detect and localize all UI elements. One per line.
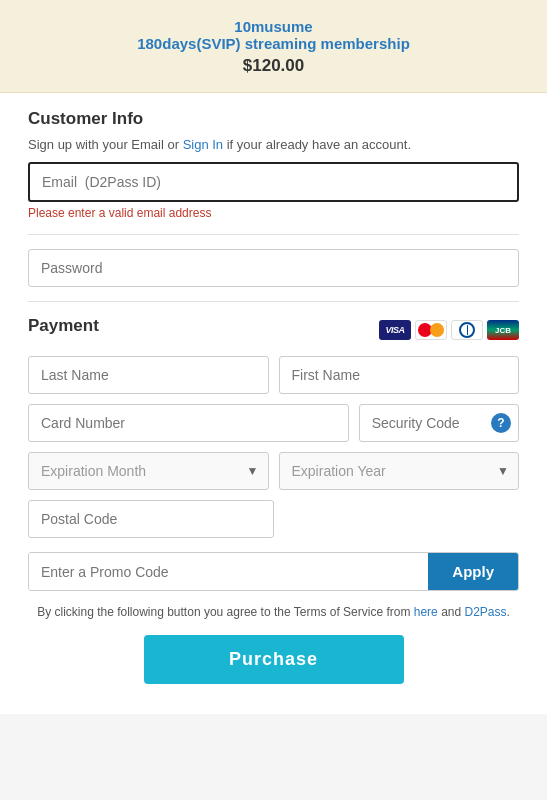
payment-title: Payment bbox=[28, 316, 99, 336]
expiration-year-wrap: Expiration Year 2024 2025 2026 2027 2028… bbox=[279, 452, 520, 490]
customer-info-section: Customer Info Sign up with your Email or… bbox=[0, 93, 547, 714]
promo-code-field[interactable] bbox=[29, 553, 428, 590]
security-code-help-icon[interactable]: ? bbox=[491, 413, 511, 433]
payment-header: Payment VISA bbox=[28, 316, 519, 344]
d2pass-link[interactable]: D2Pass bbox=[465, 605, 507, 619]
password-field[interactable] bbox=[28, 249, 519, 287]
terms-text-mid: and bbox=[438, 605, 465, 619]
signup-text: Sign up with your Email or Sign In if yo… bbox=[28, 137, 519, 152]
promo-row: Apply bbox=[28, 552, 519, 591]
email-field[interactable] bbox=[28, 162, 519, 202]
security-code-wrap: ? bbox=[359, 404, 519, 442]
signup-text-pre: Sign up with your Email or bbox=[28, 137, 183, 152]
expiration-month-wrap: Expiration Month 01 02 03 04 05 06 07 08… bbox=[28, 452, 269, 490]
card-number-field[interactable] bbox=[28, 404, 349, 442]
divider-2 bbox=[28, 301, 519, 302]
signup-text-post: if your already have an account. bbox=[223, 137, 411, 152]
product-price: $120.00 bbox=[20, 56, 527, 76]
page-container: 10musume 180days(SVIP) streaming members… bbox=[0, 0, 547, 714]
mastercard-icon bbox=[415, 320, 447, 340]
expiry-row: Expiration Month 01 02 03 04 05 06 07 08… bbox=[28, 452, 519, 490]
signin-link[interactable]: Sign In bbox=[183, 137, 223, 152]
postal-code-field[interactable] bbox=[28, 500, 274, 538]
terms-text-post: . bbox=[507, 605, 510, 619]
card-number-wrap bbox=[28, 404, 349, 442]
jcb-icon: JCB bbox=[487, 320, 519, 340]
apply-button[interactable]: Apply bbox=[428, 553, 518, 590]
card-icons: VISA JCB bbox=[379, 320, 519, 340]
divider-1 bbox=[28, 234, 519, 235]
first-name-field[interactable] bbox=[279, 356, 520, 394]
diners-icon bbox=[451, 320, 483, 340]
product-banner: 10musume 180days(SVIP) streaming members… bbox=[0, 0, 547, 93]
card-row: ? bbox=[28, 404, 519, 442]
product-description: 180days(SVIP) streaming membership bbox=[20, 35, 527, 52]
here-link[interactable]: here bbox=[414, 605, 438, 619]
email-error: Please enter a valid email address bbox=[28, 206, 519, 220]
purchase-button[interactable]: Purchase bbox=[144, 635, 404, 684]
password-wrapper bbox=[28, 249, 519, 287]
last-name-field[interactable] bbox=[28, 356, 269, 394]
visa-icon: VISA bbox=[379, 320, 411, 340]
name-row bbox=[28, 356, 519, 394]
terms-text-pre: By clicking the following button you agr… bbox=[37, 605, 414, 619]
expiration-year-select[interactable]: Expiration Year 2024 2025 2026 2027 2028… bbox=[279, 452, 520, 490]
product-name: 10musume bbox=[20, 18, 527, 35]
terms-text: By clicking the following button you agr… bbox=[28, 603, 519, 621]
expiration-month-select[interactable]: Expiration Month 01 02 03 04 05 06 07 08… bbox=[28, 452, 269, 490]
customer-info-title: Customer Info bbox=[28, 109, 519, 129]
postal-code-wrap bbox=[28, 500, 274, 538]
